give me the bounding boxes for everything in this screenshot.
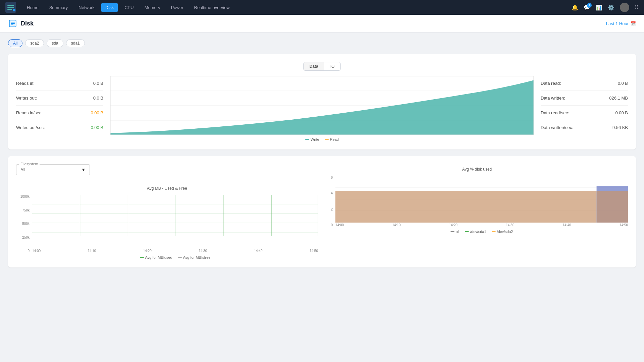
svg-rect-3 xyxy=(7,9,12,10)
y-label-1000k: 1000k xyxy=(16,195,30,198)
legend-mbfsused: Avg for MBfused xyxy=(140,255,172,259)
x-1430: 14:30 xyxy=(199,249,207,253)
x-1440: 14:40 xyxy=(254,249,263,253)
writes-out-value: 0.0 B xyxy=(93,96,103,101)
avg-mb-chart xyxy=(32,195,318,248)
tab-sda2[interactable]: sda2 xyxy=(25,39,44,47)
read-color xyxy=(325,139,329,140)
sda2-label: /dev/sda2 xyxy=(497,230,513,234)
svg-rect-7 xyxy=(11,23,15,24)
user-avatar[interactable] xyxy=(620,3,629,12)
time-filter[interactable]: Last 1 Hour 📅 xyxy=(606,21,636,26)
tab-sda1[interactable]: sda1 xyxy=(66,39,85,47)
avg-pct-panel: Avg % disk used 6 4 2 0 xyxy=(326,164,628,259)
x-pct-1440: 14:40 xyxy=(563,223,571,227)
page-header: Disk Last 1 Hour 📅 xyxy=(0,15,644,33)
data-written-label: Data written: xyxy=(541,96,565,101)
nav-memory[interactable]: Memory xyxy=(141,3,164,12)
x-1410: 14:10 xyxy=(88,249,96,253)
legend-all: all xyxy=(450,230,460,234)
nav-disk[interactable]: Disk xyxy=(101,3,118,12)
x-axis-pct: 14:00 14:10 14:20 14:30 14:40 14:50 xyxy=(335,223,628,227)
sda1-color xyxy=(465,231,469,232)
nav-network[interactable]: Network xyxy=(74,3,99,12)
dropdown-chevron-icon: ▼ xyxy=(81,167,86,172)
svg-rect-1 xyxy=(7,5,14,6)
read-label: Read xyxy=(330,137,339,141)
x-pct-1400: 14:00 xyxy=(335,223,344,227)
y-label-250k: 250k xyxy=(16,236,30,239)
writes-out-sec-label: Writes out/sec: xyxy=(16,125,45,130)
write-label: Write xyxy=(311,137,319,141)
tab-all[interactable]: All xyxy=(8,39,22,47)
chat-icon[interactable]: 💬 2 xyxy=(584,4,590,11)
svg-rect-31 xyxy=(335,191,597,223)
nav-realtime[interactable]: Realtime overview xyxy=(190,3,234,12)
mbfsfree-color xyxy=(178,257,182,258)
data-read-sec-value: 0.00 B xyxy=(615,110,628,115)
x-axis-mb: 14:00 14:10 14:20 14:30 14:40 14:50 xyxy=(32,249,318,253)
disk-page-icon xyxy=(8,19,17,28)
data-written-value: 826.1 MB xyxy=(609,96,628,101)
mbfsfree-label: Avg for MBfsfree xyxy=(183,255,211,259)
svg-point-4 xyxy=(13,9,15,11)
toggle-data[interactable]: Data xyxy=(304,62,324,70)
apps-icon[interactable]: ⠿ xyxy=(635,4,639,11)
all-color xyxy=(450,231,454,232)
sda2-color xyxy=(492,231,496,232)
writes-out-label: Writes out: xyxy=(16,96,37,101)
y-pct-2: 2 xyxy=(326,207,333,211)
avg-disk-title: Avg % disk used xyxy=(326,167,628,172)
toggle-io[interactable]: IO xyxy=(324,62,341,70)
nav-power[interactable]: Power xyxy=(167,3,187,12)
stat-reads-in: Reads in: 0.0 B xyxy=(16,76,103,91)
x-pct-1450: 14:50 xyxy=(620,223,628,227)
disk-chart-svg xyxy=(110,76,534,135)
navbar: Home Summary Network Disk CPU Memory Pow… xyxy=(0,0,644,15)
nav-home[interactable]: Home xyxy=(23,3,43,12)
settings-icon[interactable]: ⚙️ xyxy=(608,4,614,11)
y-axis-mb: 1000k 750k 500k 250k 0 xyxy=(16,195,30,259)
right-stats: Data read: 0.0 B Data written: 826.1 MB … xyxy=(541,76,628,135)
avg-pct-svg xyxy=(335,176,628,223)
page-title: Disk xyxy=(21,20,34,27)
x-pct-1420: 14:20 xyxy=(449,223,458,227)
sda1-label: /dev/sda1 xyxy=(470,230,486,234)
stat-reads-in-sec: Reads in/sec: 0.00 B xyxy=(16,106,103,120)
filesystem-section: Filesystem All ▼ Avg MB - Used & Free 10… xyxy=(16,164,628,259)
stat-writes-out: Writes out: 0.0 B xyxy=(16,91,103,106)
y-label-0: 0 xyxy=(16,249,30,253)
data-io-toggle: Data IO xyxy=(303,62,341,71)
reads-in-value: 0.0 B xyxy=(93,81,103,86)
svg-rect-8 xyxy=(11,24,13,25)
stat-data-read: Data read: 0.0 B xyxy=(541,76,628,91)
filesystem-dropdown[interactable]: Filesystem All ▼ xyxy=(16,164,90,175)
reads-in-label: Reads in: xyxy=(16,81,35,86)
data-card: Data IO Reads in: 0.0 B Writes out: 0.0 … xyxy=(8,54,636,149)
filesystem-value: All xyxy=(20,167,25,172)
bell-icon[interactable]: 🔔 xyxy=(572,4,578,11)
reads-in-sec-label: Reads in/sec: xyxy=(16,110,43,115)
svg-rect-6 xyxy=(11,22,15,22)
nav-summary[interactable]: Summary xyxy=(45,3,72,12)
cpu-icon[interactable]: 📊 xyxy=(596,4,602,11)
disk-tabs: All sda2 sda sda1 xyxy=(8,39,636,47)
stats-chart-grid: Reads in: 0.0 B Writes out: 0.0 B Reads … xyxy=(16,76,628,141)
avg-mb-panel: Filesystem All ▼ Avg MB - Used & Free 10… xyxy=(16,164,318,259)
tab-sda[interactable]: sda xyxy=(47,39,63,47)
data-read-sec-label: Data read/sec: xyxy=(541,110,569,115)
navbar-right: 🔔 💬 2 📊 ⚙️ ⠿ xyxy=(572,3,639,12)
svg-rect-2 xyxy=(7,7,14,8)
y-label-750k: 750k xyxy=(16,208,30,212)
legend-write: Write xyxy=(305,137,319,141)
x-pct-1410: 14:10 xyxy=(392,223,400,227)
main-chart-area: Write Read xyxy=(110,76,534,141)
chart-legend: Write Read xyxy=(305,137,339,141)
y-pct-6: 6 xyxy=(326,176,333,179)
main-chart xyxy=(110,76,534,135)
nav-cpu[interactable]: CPU xyxy=(120,3,138,12)
svg-rect-33 xyxy=(597,191,628,223)
stat-data-read-sec: Data read/sec: 0.00 B xyxy=(541,106,628,120)
calendar-icon: 📅 xyxy=(631,21,636,26)
reads-in-sec-value: 0.00 B xyxy=(91,110,103,115)
